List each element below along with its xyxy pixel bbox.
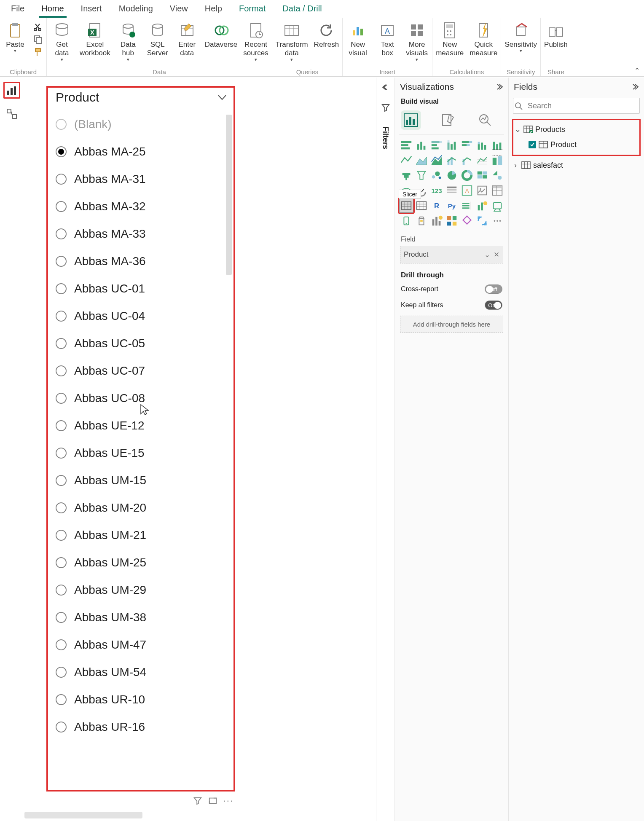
refresh-button[interactable]: Refresh	[314, 21, 339, 49]
viz-type-12[interactable]	[475, 153, 489, 167]
cross-report-toggle[interactable]: Off	[485, 284, 502, 294]
radio-icon[interactable]	[56, 585, 67, 596]
chevron-right-icon[interactable]	[496, 83, 503, 91]
slicer-item[interactable]: Abbas UM-15	[50, 467, 232, 494]
slicer-item[interactable]: Abbas MA-36	[50, 247, 232, 275]
keep-filters-toggle[interactable]: On	[485, 300, 502, 310]
new-measure-button[interactable]: New measure	[436, 21, 464, 58]
slicer-item[interactable]: Abbas UE-15	[50, 439, 232, 467]
drill-dropzone[interactable]: Add drill-through fields here	[400, 316, 503, 333]
tab-view[interactable]: View	[161, 0, 196, 18]
analytics-tab[interactable]	[475, 110, 495, 130]
more-visuals-button[interactable]: More visuals▾	[405, 21, 429, 62]
table-salesfact[interactable]: › salesfact	[512, 158, 641, 173]
cut-icon[interactable]	[33, 22, 43, 32]
report-canvas[interactable]: Product (Blank)Abbas MA-25Abbas MA-31Abb…	[25, 81, 376, 808]
slicer-item[interactable]: Abbas MA-31	[50, 165, 232, 193]
slicer-item[interactable]: (Blank)	[50, 110, 232, 138]
more-options-icon[interactable]: ···	[223, 795, 233, 806]
viz-type-20[interactable]	[490, 168, 504, 182]
checkbox-checked-icon[interactable]	[529, 141, 536, 148]
radio-icon[interactable]	[56, 119, 67, 130]
viz-type-11[interactable]	[460, 153, 474, 167]
build-visual-tab[interactable]	[401, 110, 421, 130]
radio-icon[interactable]	[56, 667, 67, 678]
viz-type-39[interactable]	[460, 214, 474, 228]
dataverse-button[interactable]: Dataverse	[205, 21, 237, 49]
viz-type-4[interactable]	[460, 138, 474, 152]
viz-type-3[interactable]	[445, 138, 459, 152]
slicer-item[interactable]: Abbas UR-10	[50, 686, 232, 713]
slicer-item[interactable]: Abbas UM-20	[50, 494, 232, 521]
remove-field-icon[interactable]: ✕	[494, 250, 499, 259]
viz-type-29[interactable]	[414, 199, 429, 213]
radio-icon[interactable]	[56, 174, 67, 185]
radio-icon[interactable]	[56, 338, 67, 349]
chevron-down-icon[interactable]	[217, 92, 228, 103]
quick-measure-button[interactable]: Quick measure	[470, 21, 497, 58]
excel-button[interactable]: XExcel workbook	[80, 21, 110, 58]
viz-type-24[interactable]	[445, 183, 459, 198]
radio-icon[interactable]	[56, 311, 67, 322]
radio-icon[interactable]	[56, 722, 67, 732]
get-data-button[interactable]: Get data▾	[50, 21, 74, 62]
viz-type-26[interactable]	[475, 183, 489, 198]
viz-type-0[interactable]	[399, 138, 413, 152]
radio-icon[interactable]	[56, 146, 67, 157]
slicer-item[interactable]: Abbas UM-54	[50, 658, 232, 686]
viz-type-13[interactable]	[490, 153, 504, 167]
tab-insert[interactable]: Insert	[72, 0, 110, 18]
tab-format[interactable]: Format	[231, 0, 274, 18]
viz-type-7[interactable]	[399, 153, 413, 167]
viz-type-18[interactable]	[460, 168, 474, 182]
slicer-item[interactable]: Abbas UC-04	[50, 302, 232, 330]
filter-icon[interactable]	[193, 796, 202, 805]
viz-type-25[interactable]: A	[460, 183, 474, 198]
publish-button[interactable]: Publish	[544, 21, 568, 49]
radio-icon[interactable]	[56, 475, 67, 486]
sql-button[interactable]: SQL Server	[146, 21, 169, 58]
radio-icon[interactable]	[56, 448, 67, 459]
chevron-down-icon[interactable]: ⌄	[484, 250, 490, 259]
viz-type-2[interactable]	[429, 138, 444, 152]
slicer-item[interactable]: Abbas UE-12	[50, 412, 232, 439]
viz-type-14[interactable]	[399, 168, 413, 182]
slicer-item[interactable]: Abbas UC-08	[50, 384, 232, 412]
viz-type-28[interactable]: Slicer	[399, 199, 413, 213]
paste-button[interactable]: Paste ▾	[3, 21, 27, 54]
radio-icon[interactable]	[56, 694, 67, 705]
scrollbar[interactable]	[226, 115, 232, 275]
viz-type-37[interactable]	[429, 214, 444, 228]
format-visual-tab[interactable]	[438, 110, 458, 130]
tab-data-drill[interactable]: Data / Drill	[274, 0, 330, 18]
format-painter-icon[interactable]	[33, 47, 43, 57]
radio-icon[interactable]	[56, 256, 67, 267]
search-box[interactable]	[513, 98, 640, 114]
ribbon-collapse[interactable]: ⌃	[634, 67, 640, 75]
field-well[interactable]: Product ⌄✕	[400, 246, 503, 263]
radio-icon[interactable]	[56, 228, 67, 239]
viz-type-5[interactable]	[475, 138, 489, 152]
viz-type-19[interactable]	[475, 168, 489, 182]
table-products[interactable]: ⌄ Products	[514, 122, 638, 137]
report-view-button[interactable]	[3, 82, 20, 99]
slicer-item[interactable]: Abbas UM-25	[50, 549, 232, 576]
viz-type-16[interactable]	[429, 168, 444, 182]
viz-type-23[interactable]: 123	[429, 183, 444, 198]
collapsed-filters[interactable]: Filters	[376, 78, 394, 821]
viz-type-38[interactable]	[445, 214, 459, 228]
slicer-item[interactable]: Abbas MA-32	[50, 193, 232, 220]
slicer-item[interactable]: Abbas UM-29	[50, 576, 232, 604]
viz-type-35[interactable]	[399, 214, 413, 228]
slicer-item[interactable]: Abbas UC-01	[50, 275, 232, 302]
canvas-scrollbar[interactable]	[24, 812, 142, 818]
viz-type-40[interactable]	[475, 214, 489, 228]
slicer-item[interactable]: Abbas UC-07	[50, 357, 232, 384]
radio-icon[interactable]	[56, 612, 67, 623]
focus-mode-icon[interactable]	[208, 796, 217, 805]
radio-icon[interactable]	[56, 639, 67, 650]
slicer-list[interactable]: (Blank)Abbas MA-25Abbas MA-31Abbas MA-32…	[50, 110, 232, 788]
enter-data-button[interactable]: Enter data	[175, 21, 199, 58]
tab-modeling[interactable]: Modeling	[110, 0, 161, 18]
viz-type-1[interactable]	[414, 138, 429, 152]
